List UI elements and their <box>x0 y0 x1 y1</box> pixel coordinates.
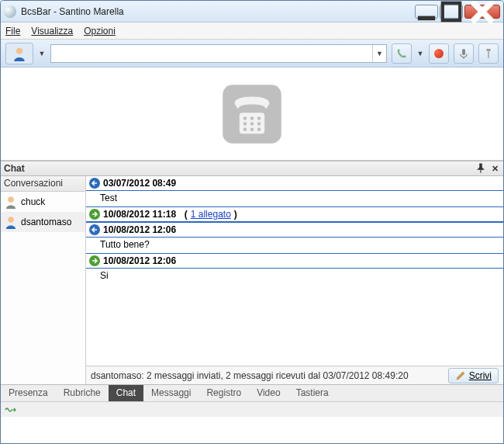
message-group: 10/08/2012 12:06 Si <box>86 253 503 284</box>
messages-panel: 03/07/2012 08:49 Test 10/08/2012 11:18 (… <box>86 176 503 384</box>
app-icon <box>4 5 16 18</box>
maximize-icon <box>440 1 462 23</box>
message-text: Test <box>86 191 503 206</box>
menu-visualizza[interactable]: Visualizza <box>31 26 73 36</box>
call-button[interactable] <box>392 43 412 64</box>
user-icon <box>12 46 27 61</box>
message-timestamp: 03/07/2012 08:49 <box>103 178 176 189</box>
search-combo[interactable]: ▼ <box>50 44 387 63</box>
message-group: 03/07/2012 08:49 Test <box>86 176 503 206</box>
pushpin-icon <box>475 163 486 174</box>
chat-panel-header: Chat ✕ <box>1 161 503 176</box>
message-timestamp: 10/08/2012 12:06 <box>103 255 176 266</box>
toolbar: ▼ ▼ ▼ <box>1 40 503 68</box>
conversation-item[interactable]: dsantomaso <box>1 212 85 232</box>
arrow-out-icon <box>89 255 100 266</box>
minimize-button[interactable] <box>415 5 438 19</box>
signal-icon <box>4 405 16 415</box>
phone-large-icon <box>217 79 287 149</box>
arrow-in-icon <box>89 224 100 235</box>
menu-opzioni[interactable]: Opzioni <box>84 26 116 36</box>
svg-point-16 <box>250 127 254 131</box>
bottom-tabs: Presenza Rubriche Chat Messaggi Registro… <box>1 384 503 401</box>
chat-panel-title: Chat <box>4 163 25 174</box>
write-button-label: Scrivi <box>469 370 492 381</box>
arrow-in-icon <box>89 178 100 189</box>
arrow-out-icon <box>89 209 100 220</box>
svg-point-19 <box>8 217 14 223</box>
message-timestamp: 10/08/2012 11:18 <box>103 209 176 220</box>
tab-video[interactable]: Video <box>249 385 288 401</box>
minimize-icon <box>416 1 437 23</box>
pencil-icon <box>455 370 466 381</box>
maximize-button[interactable] <box>440 5 463 19</box>
record-button[interactable] <box>429 43 449 64</box>
svg-point-17 <box>257 127 261 131</box>
svg-rect-4 <box>463 57 464 58</box>
attachment-link[interactable]: 1 allegato <box>191 209 231 220</box>
user-icon <box>4 215 18 229</box>
svg-rect-5 <box>486 49 490 51</box>
conversation-name: dsantomaso <box>21 217 71 227</box>
tab-tastiera[interactable]: Tastiera <box>288 385 337 401</box>
pin-button[interactable] <box>478 43 499 64</box>
svg-point-10 <box>250 116 254 120</box>
panel-pin-button[interactable] <box>475 163 486 174</box>
svg-point-14 <box>257 122 261 126</box>
conversations-header: Conversazioni <box>1 176 85 192</box>
svg-point-13 <box>250 122 254 126</box>
tab-chat[interactable]: Chat <box>109 385 143 401</box>
svg-rect-6 <box>488 50 488 57</box>
menu-file[interactable]: File <box>5 26 20 36</box>
pin-icon <box>482 47 495 60</box>
svg-rect-1 <box>443 2 460 19</box>
message-group: 10/08/2012 12:06 Tutto bene? <box>86 222 503 253</box>
tab-messaggi[interactable]: Messaggi <box>143 385 198 401</box>
chat-status-text: dsantomaso: 2 messaggi inviati, 2 messag… <box>91 370 444 381</box>
presence-dropdown-arrow[interactable]: ▼ <box>38 50 46 57</box>
svg-point-15 <box>243 127 247 131</box>
statusbar <box>1 401 503 417</box>
titlebar: BcsBar - Santino Marella <box>1 1 503 23</box>
presence-avatar-button[interactable] <box>5 43 33 64</box>
chat-status-row: dsantomaso: 2 messaggi inviati, 2 messag… <box>86 366 503 384</box>
message-group: 10/08/2012 11:18 (1 allegato) <box>86 206 503 222</box>
messages-scroll[interactable]: 03/07/2012 08:49 Test 10/08/2012 11:18 (… <box>86 176 503 366</box>
conversation-name: chuck <box>21 196 45 207</box>
search-dropdown-arrow[interactable]: ▼ <box>372 45 386 62</box>
message-text: Si <box>86 269 503 284</box>
window-title: BcsBar - Santino Marella <box>21 6 415 17</box>
tab-presenza[interactable]: Presenza <box>1 385 56 401</box>
microphone-button[interactable] <box>454 43 474 64</box>
conversations-panel: Conversazioni chuck dsantomaso <box>1 176 86 384</box>
app-window: BcsBar - Santino Marella File Visualizza… <box>0 0 504 444</box>
write-button[interactable]: Scrivi <box>448 368 499 383</box>
svg-point-2 <box>16 47 22 54</box>
svg-rect-0 <box>418 16 435 20</box>
search-input[interactable] <box>51 45 372 62</box>
phone-icon <box>395 47 408 60</box>
user-icon <box>4 195 18 209</box>
message-timestamp: 10/08/2012 12:06 <box>103 224 176 235</box>
svg-point-18 <box>8 196 14 203</box>
panel-close-button[interactable]: ✕ <box>489 163 500 174</box>
tab-registro[interactable]: Registro <box>198 385 249 401</box>
close-button[interactable] <box>464 5 500 19</box>
menubar: File Visualizza Opzioni <box>1 23 503 40</box>
call-dropdown-arrow[interactable]: ▼ <box>416 50 424 57</box>
phone-pane <box>1 68 503 161</box>
record-icon <box>434 49 444 58</box>
close-icon <box>465 0 499 29</box>
svg-point-9 <box>243 116 247 120</box>
tab-rubriche[interactable]: Rubriche <box>56 385 109 401</box>
message-text: Tutto bene? <box>86 238 503 253</box>
chat-body: Conversazioni chuck dsantomaso 03/07/201… <box>1 176 503 384</box>
svg-point-12 <box>243 122 247 126</box>
microphone-icon <box>457 47 470 60</box>
conversation-item[interactable]: chuck <box>1 192 85 212</box>
svg-point-11 <box>257 116 261 120</box>
svg-rect-3 <box>462 49 465 55</box>
